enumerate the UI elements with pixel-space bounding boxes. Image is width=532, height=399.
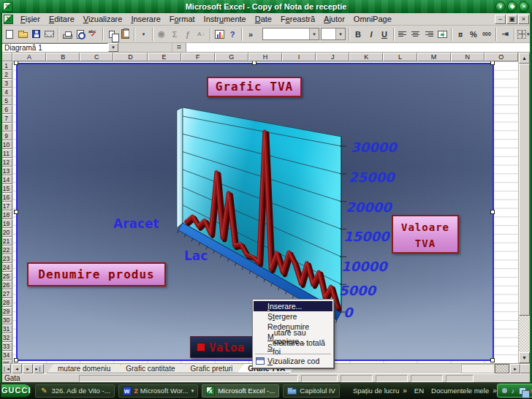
context-menu-item-tergere[interactable]: Ștergere: [254, 311, 332, 322]
spelling-button[interactable]: abc✓: [87, 27, 100, 42]
vertical-scrollbar[interactable]: ▲ ▼: [518, 53, 530, 363]
mail-button[interactable]: [42, 27, 56, 42]
scroll-right-button[interactable]: ▸: [510, 364, 520, 373]
tray-status-icon[interactable]: [502, 388, 507, 393]
print-button[interactable]: [61, 27, 74, 42]
value-axis-title[interactable]: Valoare TVA: [392, 215, 459, 254]
task-group-dropdown-icon[interactable]: ▾: [191, 388, 194, 394]
menu-omnipage[interactable]: OmniPage: [349, 14, 396, 24]
column-header-i[interactable]: I: [282, 53, 316, 61]
chart-title[interactable]: Grafic TVA: [207, 77, 302, 97]
first-sheet-button[interactable]: ❘◂: [1, 364, 11, 373]
font-combo[interactable]: ▾: [262, 28, 319, 40]
vertical-scroll-track[interactable]: [519, 316, 530, 352]
sheet-tab-grafic-preturi[interactable]: Grafic preturi: [180, 364, 244, 373]
merge-center-button[interactable]: [436, 27, 449, 42]
column-header-k[interactable]: K: [349, 53, 383, 61]
menu-instrumente[interactable]: Instrumente: [200, 14, 251, 24]
minimize-button[interactable]: ∨: [495, 1, 506, 12]
doc-restore-button[interactable]: ▣: [506, 15, 517, 24]
column-header-e[interactable]: E: [148, 53, 181, 61]
selection-handle-4[interactable]: [490, 210, 495, 214]
menu-inserare[interactable]: Inserare: [126, 14, 164, 24]
start-button[interactable]: GUCCI: [1, 384, 31, 398]
menu-editare[interactable]: Editare: [45, 14, 79, 24]
font-size-combo[interactable]: ▾: [321, 28, 346, 40]
doc-close-button[interactable]: ×: [518, 15, 529, 24]
toolbar-more-button[interactable]: »: [244, 27, 257, 42]
undo-button[interactable]: ▾: [137, 27, 150, 42]
copy-button[interactable]: [105, 27, 118, 42]
horizontal-scroll-track[interactable]: [461, 364, 495, 373]
maximize-button[interactable]: ◆: [507, 1, 517, 12]
formula-input[interactable]: [186, 43, 531, 52]
deskband-en[interactable]: EN: [414, 387, 424, 395]
category-axis-title[interactable]: Denumire produs: [27, 262, 166, 286]
scroll-up-button[interactable]: ▲: [519, 53, 530, 64]
borders-button-dropdown-icon[interactable]: ▾: [527, 31, 530, 37]
deskband-documentele-mele[interactable]: Documentele mele»: [431, 387, 497, 395]
column-header-g[interactable]: G: [215, 53, 248, 61]
column-header-l[interactable]: L: [383, 53, 417, 61]
tray-network-icon[interactable]: [519, 387, 526, 395]
menu-format[interactable]: Format: [165, 14, 200, 24]
align-left-button[interactable]: [396, 27, 409, 42]
selection-handle-3[interactable]: [14, 210, 18, 214]
task-capitolul-iv[interactable]: Capitolul IV: [283, 384, 340, 398]
percent-button[interactable]: %: [467, 27, 480, 42]
vertical-scroll-thumb[interactable]: [519, 64, 530, 316]
horizontal-scroll-thumb[interactable]: [495, 364, 509, 373]
selection-handle-7[interactable]: [490, 358, 495, 362]
sheet-tab-mutare-domeniu[interactable]: mutare domeniu: [47, 364, 121, 373]
context-menu-item-vizualizare-cod[interactable]: Vizualizare cod: [254, 356, 332, 366]
task-word-group[interactable]: W2Microsoft Wor...▾: [118, 384, 199, 398]
menu-fereastr[interactable]: Fereastră: [276, 14, 319, 24]
menu-ajutor[interactable]: Ajutor: [319, 14, 349, 24]
task-excel[interactable]: XMicrosoft Excel -...: [202, 384, 279, 398]
borders-button[interactable]: ▾: [517, 27, 531, 42]
context-menu-item-selectarea-total-foi[interactable]: Selectarea totală foi: [254, 342, 332, 352]
column-header-d[interactable]: D: [113, 53, 147, 61]
doc-minimize-button[interactable]: –: [495, 15, 506, 24]
menu-vizualizare[interactable]: Vizualizare: [79, 14, 127, 24]
column-header-o[interactable]: O: [484, 53, 518, 61]
column-header-h[interactable]: H: [248, 53, 282, 61]
context-menu-item-inserare[interactable]: Inserare...: [254, 301, 332, 311]
next-sheet-button[interactable]: ▸: [23, 364, 33, 373]
chart-plot-area[interactable]: [173, 104, 352, 323]
align-right-button[interactable]: [422, 27, 436, 42]
comma-style-button[interactable]: 000: [480, 27, 493, 42]
selection-handle-5[interactable]: [14, 358, 18, 362]
column-header-c[interactable]: C: [80, 53, 113, 61]
deskband-spa-iu-de-lucru[interactable]: Spațiu de lucru»: [353, 387, 407, 395]
currency-button[interactable]: ¤: [454, 27, 467, 42]
last-sheet-button[interactable]: ▸❘: [34, 364, 44, 373]
undo-button-dropdown-icon[interactable]: ▾: [142, 31, 145, 37]
equals-button[interactable]: =: [172, 43, 186, 52]
help-button[interactable]: ?: [226, 27, 239, 42]
column-header-b[interactable]: B: [46, 53, 80, 61]
column-header-f[interactable]: F: [181, 53, 215, 61]
column-header-m[interactable]: M: [417, 53, 451, 61]
chart-wizard-button[interactable]: [213, 27, 226, 42]
column-header-n[interactable]: N: [451, 53, 484, 61]
column-header-j[interactable]: J: [316, 53, 349, 61]
scroll-down-button[interactable]: ▼: [519, 352, 530, 363]
menu-fiier[interactable]: Fișier: [16, 14, 45, 24]
font-combo-dropdown-icon[interactable]: ▾: [309, 28, 319, 39]
tray-volume-icon[interactable]: ♪: [509, 387, 517, 395]
menu-date[interactable]: Date: [251, 14, 276, 24]
font-size-combo-dropdown-icon[interactable]: ▾: [335, 28, 345, 39]
underline-button[interactable]: U: [378, 27, 391, 42]
chevron-icon[interactable]: »: [493, 387, 497, 395]
align-center-button[interactable]: [409, 27, 422, 42]
chevron-icon[interactable]: »: [403, 387, 407, 395]
sheet-tab-grafic-cantitate[interactable]: Grafic cantitate: [115, 364, 186, 373]
bold-button[interactable]: B: [352, 27, 365, 42]
print-preview-button[interactable]: [74, 27, 87, 42]
close-button[interactable]: ×: [519, 1, 529, 12]
name-box-dropdown-icon[interactable]: ▾: [108, 43, 118, 52]
prev-sheet-button[interactable]: ◂: [12, 364, 22, 373]
tray-network-offline-icon[interactable]: ×: [528, 387, 532, 395]
paste-button[interactable]: [118, 27, 132, 42]
